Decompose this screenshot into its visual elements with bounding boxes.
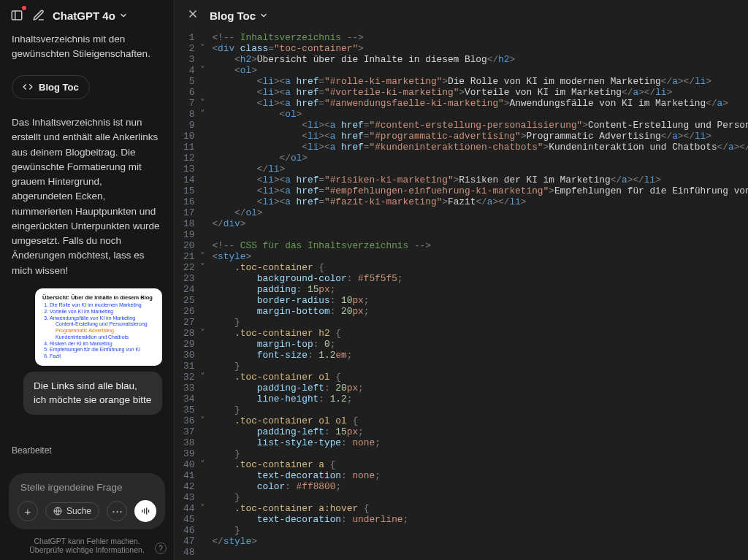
code-area[interactable]: 1234567891011121314151617181920212223242… — [175, 31, 748, 560]
svg-rect-7 — [144, 509, 145, 514]
globe-icon — [53, 507, 62, 515]
new-chat-icon[interactable] — [31, 7, 47, 23]
preview-list: Die Rolle von KI im modernen Marketing V… — [42, 302, 155, 360]
disclaimer: ChatGPT kann Fehler machen. Überprüfe wi… — [0, 534, 174, 560]
svg-rect-8 — [146, 507, 147, 514]
code-editor-pane: Blog Toc 1234567891011121314151617181920… — [175, 0, 748, 560]
help-button[interactable]: ? — [155, 542, 167, 554]
code-icon — [23, 82, 33, 92]
attach-button[interactable]: + — [18, 501, 38, 521]
search-label: Suche — [66, 506, 91, 516]
code-artifact-label: Blog Toc — [39, 80, 79, 95]
composer: Stelle irgendeine Frage + Suche ⋯ — [9, 473, 165, 529]
sidebar-top-bar: ChatGPT 4o — [0, 0, 174, 29]
editor-filename: Blog Toc — [210, 9, 256, 22]
close-editor-button[interactable] — [186, 7, 199, 23]
model-name: ChatGPT 4o — [53, 9, 115, 22]
svg-rect-0 — [12, 11, 22, 20]
code-content[interactable]: <!-- Inhaltsverzeichnis --><div class="t… — [207, 32, 748, 560]
line-number-gutter: 1234567891011121314151617181920212223242… — [175, 32, 197, 560]
composer-input[interactable]: Stelle irgendeine Frage — [18, 480, 156, 500]
edit-status-label: Bearbeitet — [12, 444, 162, 457]
chevron-down-icon — [118, 10, 129, 20]
editor-file-selector[interactable]: Blog Toc — [210, 9, 269, 22]
chat-sidebar: ChatGPT 4o Inhaltsverzeichnis mit den ge… — [0, 0, 175, 560]
user-message: Die Links sind alle blau, ich möchte sie… — [23, 372, 162, 415]
editor-header: Blog Toc — [175, 0, 748, 31]
web-search-chip[interactable]: Suche — [45, 502, 99, 520]
preview-title: Übersicht: Über die Inhalte in diesem Bl… — [42, 294, 155, 301]
model-selector[interactable]: ChatGPT 4o — [53, 9, 129, 22]
fold-gutter[interactable]: ˅˅˅˅˅˅˅˅˅˅˅ — [197, 32, 207, 560]
more-button[interactable]: ⋯ — [107, 501, 127, 521]
assistant-message-1: Das Inhaltsverzeichnis ist nun erstellt … — [12, 115, 162, 278]
chevron-down-icon — [259, 10, 269, 20]
svg-rect-9 — [148, 510, 149, 513]
assistant-text-truncated: Inhaltsverzeichnis mit den gewünschten S… — [12, 32, 162, 62]
toc-preview-thumbnail[interactable]: Übersicht: Über die Inhalte in diesem Bl… — [35, 288, 162, 366]
chat-scroll-area[interactable]: Inhaltsverzeichnis mit den gewünschten S… — [0, 29, 174, 464]
notification-dot-icon — [22, 6, 26, 10]
code-artifact-chip[interactable]: Blog Toc — [12, 75, 90, 100]
waveform-icon — [140, 506, 150, 516]
svg-rect-6 — [142, 510, 142, 513]
toggle-sidebar-icon[interactable] — [9, 7, 25, 23]
voice-send-button[interactable] — [134, 500, 156, 522]
